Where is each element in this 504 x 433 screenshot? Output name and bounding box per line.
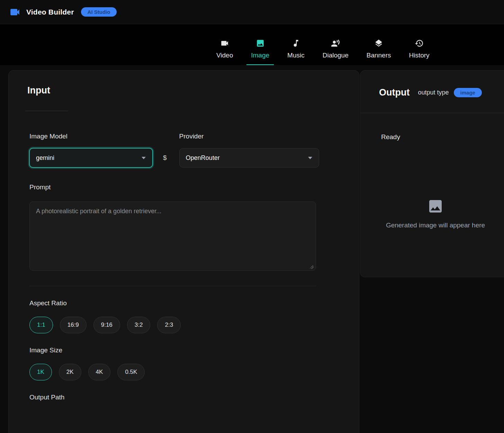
app-title: Video Builder: [26, 8, 74, 16]
ai-studio-badge: AI Studio: [81, 7, 117, 17]
tab-history[interactable]: History: [404, 37, 434, 65]
aspect-ratio-option-1-1[interactable]: 1:1: [29, 317, 53, 333]
tab-label: Music: [287, 52, 305, 59]
input-panel: Input Image Model gemini $ Provider Open…: [8, 70, 359, 433]
prompt-textarea-wrap: [29, 201, 316, 272]
input-panel-title: Input: [27, 85, 338, 96]
chevron-down-icon: [308, 156, 313, 160]
image-size-label: Image Size: [29, 346, 338, 354]
output-type-badge: image: [454, 88, 482, 97]
app-header: Video Builder AI Studio: [0, 0, 504, 24]
provider-select[interactable]: OpenRouter: [179, 148, 319, 168]
aspect-ratio-options: 1:1 16:9 9:16 3:2 2:3: [29, 317, 338, 333]
tab-bar: Video Image Music Dialogue Banners Histo…: [0, 24, 504, 65]
output-path-label: Output Path: [29, 394, 338, 401]
voice-over-icon: [331, 39, 340, 48]
provider-value: OpenRouter: [186, 154, 220, 162]
prompt-label: Prompt: [29, 183, 338, 191]
chevron-down-icon: [141, 156, 146, 160]
placeholder-text: Generated image will appear here: [386, 222, 485, 229]
prompt-textarea[interactable]: [29, 201, 316, 271]
image-model-select[interactable]: gemini: [29, 148, 153, 168]
output-placeholder: Generated image will appear here: [360, 198, 504, 229]
image-size-option-0-5k[interactable]: 0.5K: [117, 364, 145, 380]
aspect-ratio-option-2-3[interactable]: 2:3: [157, 317, 181, 333]
image-model-value: gemini: [36, 154, 54, 162]
tab-label: Banners: [367, 52, 391, 59]
aspect-ratio-option-16-9[interactable]: 16:9: [60, 317, 87, 333]
image-size-option-4k[interactable]: 4K: [88, 364, 111, 380]
image-model-label: Image Model: [29, 133, 153, 140]
aspect-ratio-label: Aspect Ratio: [29, 299, 338, 307]
tab-banners[interactable]: Banners: [362, 37, 396, 65]
tab-image[interactable]: Image: [246, 37, 274, 65]
provider-label: Provider: [179, 133, 319, 140]
video-camera-icon: [9, 6, 21, 18]
image-size-options: 1K 2K 4K 0.5K: [29, 364, 338, 380]
aspect-ratio-option-3-2[interactable]: 3:2: [127, 317, 151, 333]
image-icon: [256, 39, 265, 48]
image-size-option-1k[interactable]: 1K: [29, 364, 52, 380]
section-divider: [29, 286, 316, 286]
history-icon: [415, 39, 424, 48]
output-type-label: output type: [418, 89, 449, 96]
model-provider-row: Image Model gemini $ Provider OpenRouter: [29, 133, 338, 168]
layers-icon: [374, 39, 383, 48]
tab-label: History: [409, 52, 429, 59]
tab-label: Image: [251, 52, 269, 59]
image-placeholder-icon: [427, 198, 444, 215]
tab-label: Dialogue: [323, 52, 349, 59]
image-size-option-2k[interactable]: 2K: [59, 364, 81, 380]
aspect-ratio-option-9-16[interactable]: 9:16: [93, 317, 120, 333]
output-divider: [360, 113, 504, 113]
image-model-field: Image Model gemini: [29, 133, 153, 168]
status-text: Ready: [381, 133, 504, 141]
tab-label: Video: [216, 52, 233, 59]
provider-field: Provider OpenRouter: [179, 133, 319, 168]
output-panel: Output output type image Ready Generated…: [360, 70, 504, 277]
title-divider: [25, 111, 68, 111]
main-content: Input Image Model gemini $ Provider Open…: [0, 65, 504, 433]
output-header: Output output type image: [360, 87, 504, 98]
output-panel-title: Output: [379, 87, 410, 98]
currency-symbol: $: [163, 154, 167, 162]
video-camera-icon: [220, 39, 229, 48]
music-note-icon: [291, 39, 300, 48]
tab-dialogue[interactable]: Dialogue: [318, 37, 353, 65]
tab-video[interactable]: Video: [212, 37, 237, 65]
tab-music[interactable]: Music: [283, 37, 309, 65]
